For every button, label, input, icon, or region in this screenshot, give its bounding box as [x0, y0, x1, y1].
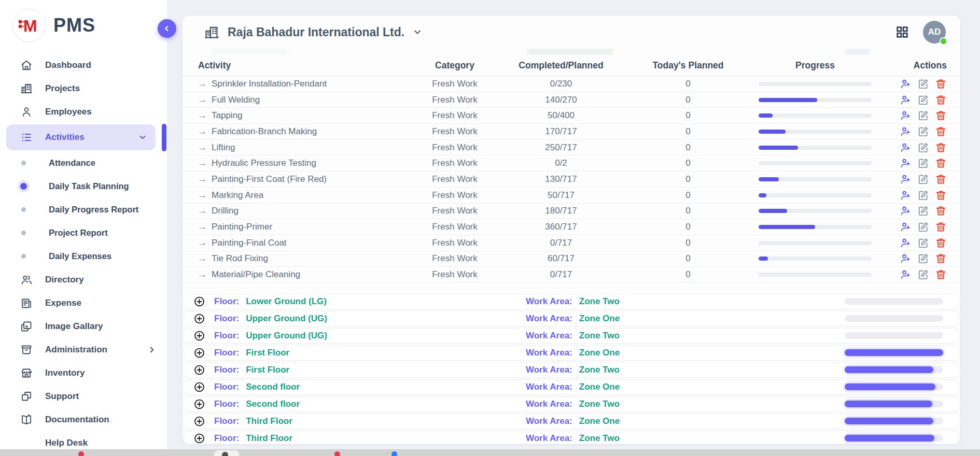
floor-value[interactable]: Upper Ground (UG) [246, 314, 327, 324]
edit-button[interactable] [917, 173, 929, 185]
delete-button[interactable] [935, 221, 947, 233]
delete-button[interactable] [935, 158, 947, 169]
expand-button[interactable] [193, 295, 205, 307]
floor-value[interactable]: Third Floor [246, 433, 292, 444]
edit-button[interactable] [917, 221, 929, 233]
floor-value[interactable]: Upper Ground (UG) [246, 331, 327, 341]
sidebar-subitem[interactable]: Daily Task Planning [0, 175, 167, 198]
expand-button[interactable] [193, 381, 205, 393]
expand-button[interactable] [193, 347, 205, 359]
delete-button[interactable] [935, 78, 947, 90]
delete-button[interactable] [935, 269, 947, 281]
edit-button[interactable] [917, 205, 929, 217]
taskbar-app-icon[interactable] [334, 451, 340, 456]
activity-name[interactable]: Full Welding [212, 95, 260, 105]
sidebar-subitem[interactable]: Daily Progress Report [0, 198, 167, 221]
add-user-button[interactable] [900, 189, 912, 201]
delete-button[interactable] [935, 94, 947, 106]
work-area-value[interactable]: Zone One [579, 314, 620, 324]
expand-button[interactable] [193, 398, 205, 410]
floor-value[interactable]: First Floor [246, 348, 289, 358]
add-user-button[interactable] [900, 94, 912, 106]
edit-button[interactable] [917, 78, 929, 90]
sidebar-item-administration[interactable]: Administration [0, 338, 167, 361]
activity-name[interactable]: Marking Area [212, 190, 263, 201]
floor-value[interactable]: First Floor [246, 365, 289, 375]
delete-button[interactable] [935, 173, 947, 185]
expand-button[interactable] [193, 364, 205, 376]
floor-value[interactable]: Lower Ground (LG) [246, 296, 327, 307]
sidebar-collapse-button[interactable] [158, 19, 176, 38]
activity-name[interactable]: Material/Pipe Cleaning [212, 269, 300, 280]
sidebar-item-inventory[interactable]: Inventory [0, 361, 167, 384]
add-user-button[interactable] [900, 125, 912, 137]
edit-button[interactable] [917, 141, 929, 153]
delete-button[interactable] [935, 125, 947, 137]
taskbar-app-icon[interactable] [391, 451, 397, 456]
add-user-button[interactable] [900, 205, 912, 217]
activity-name[interactable]: Tie Rod Fixing [212, 253, 268, 264]
delete-button[interactable] [935, 110, 947, 122]
work-area-value[interactable]: Zone One [579, 348, 620, 358]
edit-button[interactable] [917, 158, 929, 169]
add-user-button[interactable] [900, 173, 912, 185]
delete-button[interactable] [935, 205, 947, 217]
work-area-value[interactable]: Zone Two [579, 399, 620, 409]
add-user-button[interactable] [900, 237, 912, 249]
activity-name[interactable]: Tapping [212, 110, 243, 121]
add-user-button[interactable] [900, 221, 912, 233]
edit-button[interactable] [917, 94, 929, 106]
delete-button[interactable] [935, 189, 947, 201]
sidebar-subitem[interactable]: Daily Expenses [0, 245, 167, 268]
floor-value[interactable]: Third Floor [246, 416, 292, 426]
activity-name[interactable]: Painting-Primer [212, 222, 272, 232]
sidebar-item-image-gallary[interactable]: Image Gallary [0, 315, 167, 338]
activity-name[interactable]: Painting-First Coat (Fire Red) [212, 174, 327, 184]
activity-name[interactable]: Sprinkler Installation-Pendant [212, 79, 327, 89]
add-user-button[interactable] [900, 158, 912, 169]
add-user-button[interactable] [900, 110, 912, 122]
taskbar-app-icon[interactable] [78, 451, 84, 456]
add-user-button[interactable] [900, 78, 912, 90]
company-name[interactable]: Raja Bahadur International Ltd. [228, 25, 404, 39]
sidebar-subitem[interactable]: Attendance [0, 151, 167, 175]
delete-button[interactable] [935, 141, 947, 153]
edit-button[interactable] [917, 269, 929, 281]
add-user-button[interactable] [900, 269, 912, 281]
add-user-button[interactable] [900, 253, 912, 265]
sidebar-item-projects[interactable]: Projects [0, 77, 167, 100]
edit-button[interactable] [917, 189, 929, 201]
add-user-button[interactable] [900, 141, 912, 153]
activity-name[interactable]: Painting-Final Coat [212, 238, 287, 248]
apps-grid-icon[interactable] [894, 24, 911, 40]
delete-button[interactable] [935, 237, 947, 249]
edit-button[interactable] [917, 110, 929, 122]
work-area-value[interactable]: Zone Two [579, 433, 620, 444]
expand-button[interactable] [193, 432, 205, 444]
work-area-value[interactable]: Zone One [579, 416, 620, 426]
edit-button[interactable] [917, 125, 929, 137]
activity-name[interactable]: Lifting [212, 142, 235, 153]
sidebar-item-directory[interactable]: Directory [0, 268, 167, 291]
logo[interactable]: M PMS [0, 0, 167, 47]
work-area-value[interactable]: Zone Two [579, 331, 620, 341]
floor-value[interactable]: Second floor [246, 399, 300, 409]
activity-name[interactable]: Drilling [212, 206, 239, 216]
expand-button[interactable] [193, 415, 205, 427]
avatar[interactable]: AD [923, 21, 946, 44]
edit-button[interactable] [917, 253, 929, 265]
chevron-down-icon[interactable] [412, 27, 423, 37]
sidebar-scrollbar-thumb[interactable] [162, 124, 166, 151]
work-area-value[interactable]: Zone Two [579, 365, 620, 375]
floor-value[interactable]: Second floor [246, 382, 300, 392]
work-area-value[interactable]: Zone One [579, 382, 620, 392]
sidebar-item-documentation[interactable]: Documentation [0, 408, 167, 431]
sidebar-item-employees[interactable]: Employees [0, 100, 167, 123]
expand-button[interactable] [193, 312, 205, 324]
sidebar-item-expense[interactable]: Expense [0, 291, 167, 315]
taskbar-app-pill[interactable] [214, 450, 239, 456]
expand-button[interactable] [193, 330, 205, 341]
sidebar-item-support[interactable]: Support [0, 384, 167, 408]
sidebar-subitem[interactable]: Project Report [0, 221, 167, 245]
sidebar-item-dashboard[interactable]: Dashboard [0, 53, 167, 77]
